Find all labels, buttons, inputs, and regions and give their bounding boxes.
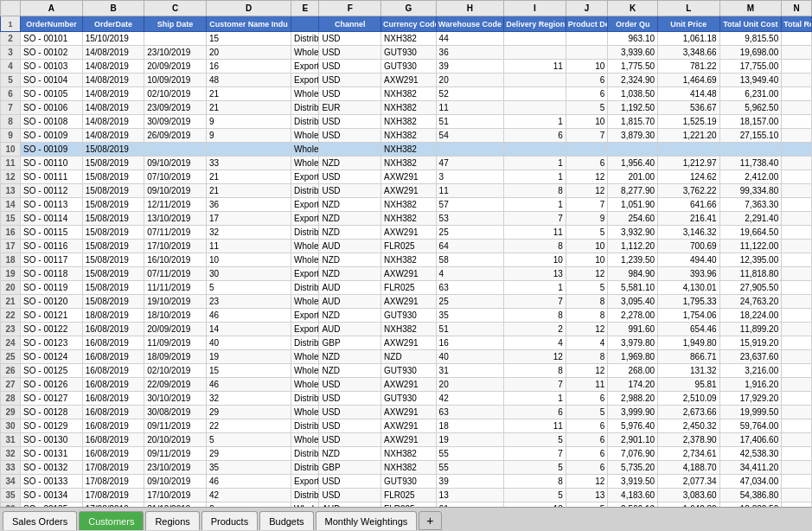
cell[interactable]: USD [319, 87, 381, 101]
cell[interactable] [782, 226, 812, 240]
cell[interactable]: 11 [206, 240, 291, 253]
cell[interactable]: 31 [436, 364, 504, 378]
cell[interactable]: 63 [436, 281, 504, 295]
cell[interactable]: 984.90 [608, 267, 658, 281]
cell[interactable]: SO - 00110 [21, 157, 83, 170]
cell[interactable] [436, 143, 504, 157]
cell[interactable]: Export [291, 323, 319, 336]
cell[interactable]: 2,324.90 [608, 74, 658, 87]
cell[interactable] [782, 309, 812, 323]
cell[interactable]: 1,464.69 [658, 74, 720, 87]
cell[interactable]: 15/08/2019 [82, 226, 144, 240]
cell[interactable]: AXW291 [381, 419, 437, 433]
cell[interactable]: 11 [436, 184, 504, 198]
tab-products[interactable]: Products [201, 511, 258, 530]
cell[interactable]: 16/08/2019 [82, 336, 144, 350]
cell[interactable]: 1,969.80 [608, 350, 658, 364]
cell[interactable]: 781.22 [658, 60, 720, 74]
cell[interactable]: 15/08/2019 [82, 267, 144, 281]
cell[interactable]: 42 [436, 392, 504, 406]
cell[interactable]: 2,450.32 [658, 419, 720, 433]
cell[interactable]: NXH382 [381, 157, 437, 170]
cell[interactable]: 14 [206, 323, 291, 336]
cell[interactable]: 23/10/2019 [144, 461, 207, 475]
cell[interactable]: 02/10/2019 [144, 87, 207, 101]
cell[interactable]: Distributor [291, 32, 319, 46]
cell[interactable]: Wholesale [291, 433, 319, 447]
cell[interactable]: NZD [319, 253, 381, 267]
cell[interactable]: 16/08/2019 [82, 406, 144, 419]
cell[interactable]: 1 [504, 115, 566, 129]
cell[interactable]: 18/09/2019 [144, 350, 207, 364]
cell[interactable]: 15,919.20 [719, 336, 782, 350]
cell[interactable] [782, 101, 812, 115]
cell[interactable]: 26/09/2019 [144, 129, 207, 143]
cell[interactable]: 3,348.66 [658, 46, 720, 60]
cell[interactable]: NXH382 [381, 323, 437, 336]
cell[interactable]: Distributor [291, 336, 319, 350]
cell[interactable]: Export [291, 309, 319, 323]
cell[interactable]: Export [291, 74, 319, 87]
cell[interactable]: 24,763.20 [719, 295, 782, 309]
cell[interactable]: 8 [566, 295, 608, 309]
cell[interactable]: GUT930 [381, 475, 437, 489]
cell[interactable]: AUD [319, 323, 381, 336]
cell[interactable]: 5 [566, 101, 608, 115]
cell[interactable]: 12 [566, 475, 608, 489]
cell[interactable]: 15/08/2019 [82, 295, 144, 309]
cell[interactable]: 1,525.19 [658, 115, 720, 129]
cell[interactable]: 17/10/2019 [144, 489, 207, 502]
cell[interactable] [504, 101, 566, 115]
cell[interactable]: SO - 00126 [21, 378, 83, 392]
cell[interactable]: 6 [566, 419, 608, 433]
cell[interactable]: USD [319, 74, 381, 87]
cell[interactable]: NXH382 [381, 101, 437, 115]
cell[interactable]: FLR025 [381, 240, 437, 253]
cell[interactable]: 10/09/2019 [144, 74, 207, 87]
cell[interactable]: GUT930 [381, 46, 437, 60]
cell[interactable] [782, 157, 812, 170]
cell[interactable]: 15/08/2019 [82, 281, 144, 295]
cell[interactable] [782, 115, 812, 129]
cell[interactable]: 15 [206, 32, 291, 46]
cell[interactable]: 22/09/2019 [144, 378, 207, 392]
cell[interactable]: USD [319, 32, 381, 46]
cell[interactable]: 42,538.30 [719, 447, 782, 461]
cell[interactable]: 8 [566, 350, 608, 364]
cell[interactable]: 13 [504, 267, 566, 281]
cell[interactable] [719, 143, 782, 157]
cell[interactable]: 15/08/2019 [82, 253, 144, 267]
cell[interactable]: 14/08/2019 [82, 129, 144, 143]
cell[interactable]: 15 [206, 364, 291, 378]
cell[interactable]: 18 [436, 419, 504, 433]
cell[interactable]: 8 [504, 240, 566, 253]
cell[interactable]: 23,637.60 [719, 350, 782, 364]
cell[interactable]: NZD [381, 350, 437, 364]
cell[interactable]: 17,406.60 [719, 433, 782, 447]
cell[interactable]: SO - 00118 [21, 267, 83, 281]
cell[interactable]: Distributor [291, 489, 319, 502]
cell[interactable]: 14/08/2019 [82, 115, 144, 129]
cell[interactable]: 5 [504, 433, 566, 447]
cell[interactable]: 1,051.90 [608, 198, 658, 212]
cell[interactable]: Wholesale [291, 295, 319, 309]
cell[interactable]: 641.66 [658, 198, 720, 212]
cell[interactable]: SO - 00104 [21, 74, 83, 87]
cell[interactable]: 17/08/2019 [82, 502, 144, 508]
cell[interactable] [504, 74, 566, 87]
cell[interactable]: 10 [566, 115, 608, 129]
cell[interactable]: 12 [504, 350, 566, 364]
cell[interactable]: 19 [206, 350, 291, 364]
cell[interactable]: SO - 00119 [21, 281, 83, 295]
cell[interactable]: Wholesale [291, 46, 319, 60]
cell[interactable]: NXH382 [381, 461, 437, 475]
cell[interactable]: 18/08/2019 [82, 309, 144, 323]
cell[interactable]: 14/08/2019 [82, 101, 144, 115]
cell[interactable]: 2,566.10 [608, 502, 658, 508]
cell[interactable]: AXW291 [381, 74, 437, 87]
cell[interactable]: 4,183.60 [608, 489, 658, 502]
cell[interactable]: 6 [566, 461, 608, 475]
cell[interactable] [782, 433, 812, 447]
cell[interactable]: AXW291 [381, 433, 437, 447]
cell[interactable]: SO - 00130 [21, 433, 83, 447]
